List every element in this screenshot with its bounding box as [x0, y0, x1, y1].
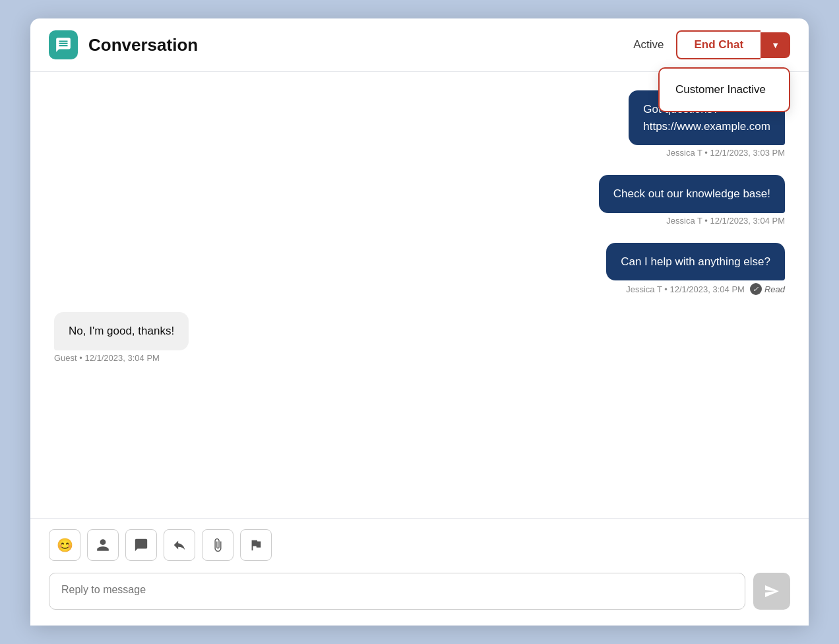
conversation-svg: [55, 36, 72, 53]
message-bubble: Check out our knowledge base!: [599, 175, 785, 213]
conversation-icon: [49, 30, 78, 59]
message-group: No, I'm good, thanks! Guest • 12/1/2023,…: [54, 312, 785, 376]
end-chat-button[interactable]: End Chat: [676, 30, 761, 59]
emoji-btn[interactable]: 😊: [49, 529, 80, 561]
message-group: Can I help with anything else? Jessica T…: [54, 243, 785, 309]
message-bubble: No, I'm good, thanks!: [54, 312, 189, 350]
customer-inactive-option[interactable]: Customer Inactive: [660, 74, 789, 106]
header: Conversation Active End Chat ▼ Customer …: [30, 18, 809, 72]
chat-btn[interactable]: [125, 529, 157, 561]
chat-area: Got questions?https://www.example.com Je…: [30, 72, 809, 518]
message-group: Check out our knowledge base! Jessica T …: [54, 175, 785, 239]
message-bubble: Can I help with anything else?: [606, 243, 785, 281]
dropdown-menu: Customer Inactive: [658, 67, 790, 112]
read-badge: ✓ Read: [750, 283, 785, 295]
reply-btn[interactable]: [164, 529, 195, 561]
status-label: Active: [633, 38, 664, 51]
chevron-down-icon: ▼: [771, 40, 780, 50]
message-meta: Jessica T • 12/1/2023, 3:04 PM: [666, 216, 785, 226]
flag-btn[interactable]: [240, 529, 272, 561]
contact-btn[interactable]: [87, 529, 119, 561]
read-check-icon: ✓: [750, 283, 762, 295]
attachment-btn[interactable]: [202, 529, 233, 561]
message-meta: Guest • 12/1/2023, 3:04 PM: [54, 353, 160, 363]
send-button[interactable]: [753, 573, 790, 610]
toolbar: 😊: [30, 518, 809, 567]
dropdown-button[interactable]: ▼: [761, 32, 790, 58]
message-meta: Jessica T • 12/1/2023, 3:04 PM ✓ Read: [626, 283, 785, 295]
reply-input[interactable]: [49, 573, 745, 610]
reply-area: [30, 567, 809, 626]
app-window: Conversation Active End Chat ▼ Customer …: [30, 18, 809, 626]
page-title: Conversation: [88, 35, 633, 55]
message-meta: Jessica T • 12/1/2023, 3:03 PM: [666, 148, 785, 158]
read-label: Read: [764, 284, 785, 294]
header-actions: End Chat ▼ Customer Inactive: [676, 30, 790, 59]
